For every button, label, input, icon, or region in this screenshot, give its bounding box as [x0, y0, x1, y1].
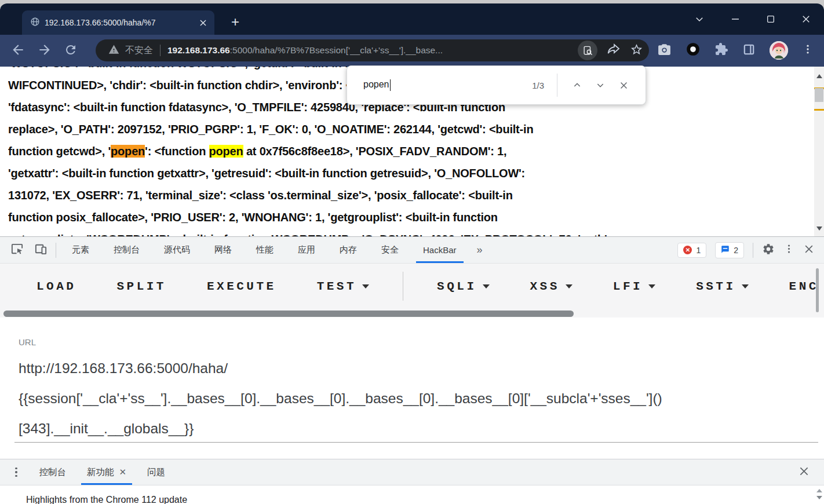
screenshot-extension-icon[interactable]: [657, 42, 672, 59]
menu-label: EXECUTE: [207, 280, 276, 293]
page-text-line: function getcwd>, 'popen': <function pop…: [8, 140, 800, 162]
browser-window: 192.168.173.66:5000/haha/%7 +: [0, 3, 824, 504]
devtools-tab-控制台[interactable]: 控制台: [101, 237, 152, 263]
page-text-line: 'getxattr': <built-in function getxattr>…: [8, 162, 800, 184]
drawer-menu-kebab-icon[interactable]: [0, 468, 29, 477]
dropdown-caret-icon: [742, 284, 749, 288]
page-text-segment: function posix_fallocate>, 'PRIO_USER': …: [8, 211, 498, 224]
scroll-up-icon[interactable]: [816, 489, 822, 492]
drawer-close-icon[interactable]: [798, 465, 824, 480]
find-previous-icon[interactable]: [566, 74, 589, 97]
browser-tab[interactable]: 192.168.173.66:5000/haha/%7: [22, 10, 214, 35]
tab-search-chevron-icon[interactable]: [694, 14, 705, 24]
message-badge[interactable]: 2: [715, 242, 744, 258]
page-scrollbar[interactable]: [814, 67, 824, 236]
hackbar-menu-lfi[interactable]: LFI: [613, 280, 655, 293]
menu-label: LOAD: [37, 280, 76, 293]
devtools-menu-kebab-icon[interactable]: [783, 243, 794, 257]
maximize-button[interactable]: [766, 14, 775, 24]
back-icon[interactable]: [10, 42, 25, 60]
minimize-button[interactable]: [730, 14, 741, 24]
hackbar-menu-execute[interactable]: EXECUTE: [207, 280, 276, 293]
devtools-tab-网络[interactable]: 网络: [202, 237, 244, 263]
search-lens-icon[interactable]: [578, 41, 597, 60]
drawer-scrollbar[interactable]: [816, 489, 822, 499]
hackbar-menu-ssti[interactable]: SSTI: [696, 280, 748, 293]
scroll-down-icon[interactable]: [816, 227, 822, 231]
hackbar-vertical-scrollbar[interactable]: [816, 268, 819, 312]
profile-avatar[interactable]: [770, 41, 788, 60]
devtools-tab-安全[interactable]: 安全: [369, 237, 411, 263]
titlebar: 192.168.173.66:5000/haha/%7 +: [0, 3, 824, 35]
hackbar-url-panel: URL http://192.168.173.66:5000/haha/ {{s…: [0, 317, 824, 459]
extensions-puzzle-icon[interactable]: [714, 42, 728, 59]
reload-icon[interactable]: [64, 43, 78, 59]
page-text-line: replace>, 'O_PATH': 2097152, 'PRIO_PGRP'…: [8, 118, 800, 140]
ring-extension-icon[interactable]: [686, 42, 701, 59]
url-field-underline: [14, 442, 818, 443]
devtools-tab-性能[interactable]: 性能: [244, 237, 286, 263]
drawer-tab-控制台[interactable]: 控制台: [29, 459, 77, 485]
error-badge[interactable]: ✕ 1: [677, 243, 706, 258]
find-match-marker: [814, 109, 824, 111]
scrollbar-thumb[interactable]: [815, 88, 823, 102]
find-match-count: 1/3: [532, 81, 544, 90]
drawer-tabbar: 控制台新功能✕问题: [0, 459, 824, 485]
menu-label: ENC: [789, 280, 819, 293]
hackbar-menu-enc[interactable]: ENC: [789, 280, 819, 293]
menu-label: LFI: [613, 280, 643, 293]
devtools-tab-应用[interactable]: 应用: [286, 237, 327, 263]
devtools-tab-内存[interactable]: 内存: [327, 237, 369, 263]
device-toolbar-icon[interactable]: [34, 242, 48, 258]
address-bar[interactable]: 不安全 192.168.173.66:5000/haha/%7B%7Bsessi…: [96, 39, 649, 61]
scroll-up-icon[interactable]: [816, 74, 822, 78]
close-window-button[interactable]: [801, 14, 811, 24]
drawer-tab-label: 问题: [147, 466, 165, 479]
hackbar-menu-sqli[interactable]: SQLI: [437, 280, 489, 293]
not-secure-warning-icon: [108, 44, 119, 57]
hackbar-menu-load[interactable]: LOAD: [37, 280, 76, 293]
more-tabs-button[interactable]: »: [469, 244, 491, 256]
text-cursor: [390, 79, 391, 91]
url-text[interactable]: 192.168.173.66:5000/haha/%7B%7Bsession['…: [167, 45, 443, 56]
tab-close-icon[interactable]: [197, 17, 209, 28]
url-line-2: {{session['__cla'+'ss__'].__bases__[0]._…: [19, 384, 807, 414]
page-text-segment: 'getxattr': <built-in function getxattr>…: [8, 167, 525, 180]
find-next-icon[interactable]: [589, 74, 612, 97]
new-tab-button[interactable]: +: [226, 13, 245, 31]
scroll-down-icon[interactable]: [816, 496, 822, 499]
browser-menu-kebab-icon[interactable]: [802, 43, 814, 57]
devtools-tab-元素[interactable]: 元素: [60, 237, 101, 263]
security-label[interactable]: 不安全: [125, 45, 153, 57]
drawer-tab-问题[interactable]: 问题: [137, 459, 176, 485]
find-match: popen: [209, 145, 243, 158]
devtools-tab-HackBar[interactable]: HackBar: [411, 237, 469, 263]
hackbar-menu-test[interactable]: TEST: [317, 280, 369, 293]
devtools-close-icon[interactable]: [803, 243, 815, 257]
url-field-label: URL: [19, 337, 36, 347]
drawer-tab-close-icon[interactable]: ✕: [119, 467, 127, 477]
page-text-line: getgrouplist>, 'WCOREDUMP': <built-in fu…: [8, 228, 800, 236]
hackbar-menu-split[interactable]: SPLIT: [116, 280, 166, 293]
message-count: 2: [734, 246, 738, 255]
page-text-line: 131072, 'EX_OSERR': 71, 'terminal_size':…: [8, 184, 800, 206]
find-input[interactable]: popen: [363, 79, 532, 91]
hackbar-menu-row: LOADSPLITEXECUTETESTSQLIXSSLFISSTIENC: [0, 264, 824, 317]
hackbar-horizontal-scrollbar[interactable]: [3, 311, 574, 317]
side-panel-icon[interactable]: [742, 43, 756, 59]
page-text-segment: ': <function: [145, 145, 209, 158]
find-close-icon[interactable]: [612, 74, 635, 97]
share-icon[interactable]: [607, 42, 621, 59]
devtools-divider: [753, 243, 753, 258]
devtools-tab-源代码[interactable]: 源代码: [152, 237, 202, 263]
url-line-3: [343].__init__.__globals__}}: [19, 414, 807, 444]
drawer-tab-新功能[interactable]: 新功能✕: [76, 459, 137, 485]
url-field[interactable]: http://192.168.173.66:5000/haha/ {{sessi…: [19, 353, 807, 444]
settings-gear-icon[interactable]: [762, 243, 775, 258]
bookmark-star-icon[interactable]: [630, 43, 643, 59]
find-in-page-bar[interactable]: popen 1/3: [347, 65, 646, 105]
inspect-element-icon[interactable]: [10, 242, 24, 258]
message-bubble-icon: [721, 245, 730, 255]
forward-icon[interactable]: [37, 42, 52, 60]
hackbar-menu-xss[interactable]: XSS: [530, 280, 573, 293]
